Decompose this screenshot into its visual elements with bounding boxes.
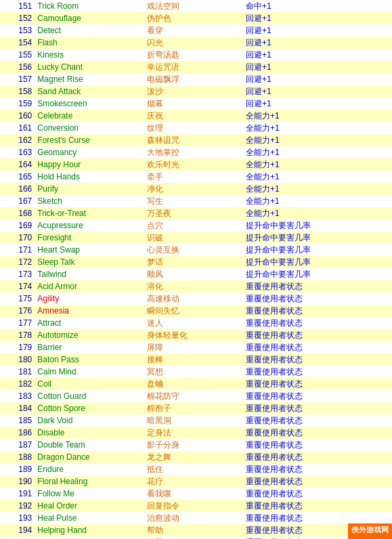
move-name-en: Flash	[35, 37, 144, 49]
move-effect: 重覆使用者状态	[243, 402, 392, 414]
move-name-en: Autotomize	[35, 329, 144, 341]
row-number: 170	[0, 232, 35, 244]
move-name-en: Attract	[35, 317, 144, 329]
row-number: 193	[0, 512, 35, 524]
row-number: 172	[0, 256, 35, 268]
move-name-cn: 顺风	[144, 268, 244, 280]
move-name-en: Conversion	[35, 122, 144, 134]
row-number: 174	[0, 280, 35, 293]
move-name-en: Lucky Chant	[35, 61, 144, 73]
move-effect: 回避+1	[243, 37, 392, 49]
move-effect: 提升命中要害几率	[243, 244, 392, 256]
move-name-en: Calm Mind	[35, 366, 144, 378]
move-name-cn: 万圣夜	[144, 207, 244, 219]
move-effect: 全能力+1	[243, 195, 392, 207]
row-number: 184	[0, 402, 35, 414]
move-name-cn: 烟幕	[144, 98, 244, 110]
move-name-en: Double Team	[35, 439, 144, 451]
watermark-right-text: 玩家俱乐部	[348, 536, 392, 539]
move-effect: 全能力+1	[243, 183, 392, 195]
row-number: 192	[0, 500, 35, 512]
move-name-cn: 纹理	[144, 122, 244, 134]
move-name-cn: 瞬间失忆	[144, 305, 244, 317]
row-number: 178	[0, 329, 35, 341]
move-name-cn: 龙之舞	[144, 451, 244, 463]
row-number: 165	[0, 171, 35, 183]
move-effect: 回避+1	[243, 49, 392, 61]
move-effect: 全能力+1	[243, 146, 392, 158]
move-name-en: Heal Pulse	[35, 512, 144, 524]
move-name-cn: 棉花防守	[144, 390, 244, 402]
move-name-en: Trick-or-Treat	[35, 207, 144, 219]
row-number: 177	[0, 317, 35, 329]
move-name-cn: 棉孢子	[144, 402, 244, 414]
row-number: 182	[0, 378, 35, 390]
move-effect: 重覆使用者状态	[243, 475, 392, 488]
move-name-cn: 戏法空间	[144, 0, 244, 12]
move-name-cn: 伪护色	[144, 12, 244, 24]
row-number: 179	[0, 341, 35, 353]
move-effect: 重覆使用者状态	[243, 293, 392, 305]
row-number: 155	[0, 49, 35, 61]
move-name-en: Foresight	[35, 232, 144, 244]
move-effect: 重覆使用者状态	[243, 378, 392, 390]
row-number: 190	[0, 475, 35, 488]
move-name-en: Hold Hands	[35, 171, 144, 183]
move-effect: 全能力+1	[243, 134, 392, 146]
row-number: 181	[0, 366, 35, 378]
move-name-en: Celebrate	[35, 110, 144, 122]
move-name-cn: 点穴	[144, 219, 244, 232]
move-name-cn: 泼沙	[144, 85, 244, 98]
move-name-cn: 看我嚷	[144, 488, 244, 500]
move-name-en: Trick Room	[35, 0, 144, 12]
move-name-en: Forest's Curse	[35, 134, 144, 146]
move-effect: 全能力+1	[243, 158, 392, 171]
move-name-en: Geomancy	[35, 146, 144, 158]
row-number: 171	[0, 244, 35, 256]
move-name-en: Detect	[35, 24, 144, 37]
row-number: 187	[0, 439, 35, 451]
move-name-en: Iron Defense	[35, 536, 144, 539]
row-number: 167	[0, 195, 35, 207]
move-name-en: Sand Attack	[35, 85, 144, 98]
move-name-cn: 花疗	[144, 475, 244, 488]
move-name-cn: 电磁飘浮	[144, 73, 244, 85]
move-name-en: Disable	[35, 427, 144, 439]
move-effect: 全能力+1	[243, 207, 392, 219]
row-number: 183	[0, 390, 35, 402]
row-number: 176	[0, 305, 35, 317]
move-effect: 重覆使用者状态	[243, 463, 392, 475]
move-name-en: Cotton Spore	[35, 402, 144, 414]
move-name-en: Camouflage	[35, 12, 144, 24]
move-name-cn: 迷人	[144, 317, 244, 329]
move-name-en: Barrier	[35, 341, 144, 353]
move-name-en: Floral Healing	[35, 475, 144, 488]
row-number: 186	[0, 427, 35, 439]
move-name-cn: 盘蛐	[144, 378, 244, 390]
move-name-en: Sketch	[35, 195, 144, 207]
row-number: 154	[0, 37, 35, 49]
move-effect: 重覆使用者状态	[243, 317, 392, 329]
row-number: 191	[0, 488, 35, 500]
row-number: 153	[0, 24, 35, 37]
row-number: 160	[0, 110, 35, 122]
move-name-cn: 森林诅咒	[144, 134, 244, 146]
main-container: 151Trick Room戏法空间命中+1152Camouflage伪护色回避+…	[0, 0, 392, 539]
row-number: 158	[0, 85, 35, 98]
move-name-cn: 庆祝	[144, 110, 244, 122]
move-name-cn: 幸运咒语	[144, 61, 244, 73]
move-name-cn: 暗黑洞	[144, 414, 244, 427]
move-name-en: Coil	[35, 378, 144, 390]
move-name-cn: 定身法	[144, 427, 244, 439]
row-number: 163	[0, 146, 35, 158]
move-name-cn: 牵手	[144, 171, 244, 183]
move-name-en: Follow Me	[35, 488, 144, 500]
move-effect: 重覆使用者状态	[243, 280, 392, 293]
move-name-cn: 写生	[144, 195, 244, 207]
move-name-cn: 影子分身	[144, 439, 244, 451]
row-number: 152	[0, 12, 35, 24]
row-number: 173	[0, 268, 35, 280]
move-name-en: Heart Swap	[35, 244, 144, 256]
move-effect: 重覆使用者状态	[243, 329, 392, 341]
move-name-en: Purify	[35, 183, 144, 195]
